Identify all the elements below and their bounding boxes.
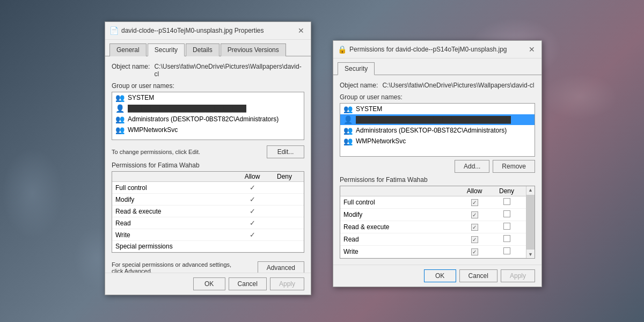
perms-object-name-value: C:\Users\fatiw\OneDrive\Pictures\Wallpap… [382, 82, 534, 89]
list-item[interactable]: 👤 ██████████████████████████ [112, 103, 304, 114]
perms-users-listbox[interactable]: 👥 SYSTEM 👤 █████████████████████████████… [340, 103, 535, 157]
user-name: WMPNetworkSvc [356, 137, 406, 145]
checkbox-readexec-deny[interactable] [503, 223, 510, 230]
checkbox-write-allow[interactable] [471, 248, 478, 255]
perms-for-label: Permissions for Fatima Wahab [340, 176, 535, 184]
checkbox-write-deny[interactable] [503, 247, 510, 254]
perms-close-button[interactable]: ✕ [526, 44, 537, 55]
window-icon: 📄 [109, 26, 118, 35]
group-users-label: Group or user names: [112, 82, 304, 90]
perms-row-read: Read [340, 233, 526, 246]
perm-row-write: Write ✓ [112, 229, 304, 241]
allow-header: Allow [236, 173, 268, 180]
perms-apply-button[interactable]: Apply [501, 269, 535, 282]
perms-group-users-label: Group or user names: [340, 93, 535, 101]
list-item[interactable]: 👥 Administrators (DESKTOP-0BST82C\Admini… [112, 114, 304, 125]
window-title: david-clode--pS14oTejM0-unsplash.jpg Pro… [121, 27, 292, 34]
perms-ok-button[interactable]: OK [424, 269, 456, 282]
list-item[interactable]: 👥 WMPNetworkSvc [340, 136, 535, 147]
perms-deny-header: Deny [491, 187, 523, 195]
tab-previous-versions[interactable]: Previous Versions [221, 43, 286, 56]
tab-security[interactable]: Security [148, 43, 185, 56]
close-button[interactable]: ✕ [296, 25, 306, 36]
properties-window: 📄 david-clode--pS14oTejM0-unsplash.jpg P… [105, 21, 311, 295]
checkbox-readexec-allow[interactable] [471, 224, 478, 231]
security-tab-content: Object name: C:\Users\fatiw\OneDrive\Pic… [105, 56, 311, 273]
checkbox-read-deny[interactable] [503, 235, 510, 242]
perms-table-container: Allow Deny Full control Modify Read & ex… [340, 186, 535, 259]
perms-row-write: Write [340, 246, 526, 258]
tab-details[interactable]: Details [186, 43, 219, 56]
user-icon: 👤 [343, 115, 353, 124]
list-item[interactable]: 👥 Administrators (DESKTOP-0BST82C\Admini… [340, 125, 535, 136]
perms-window-icon: 🔒 [338, 45, 346, 54]
apply-button[interactable]: Apply [270, 277, 304, 290]
list-item-selected[interactable]: 👤 ██████████████████████████████████ [340, 114, 535, 125]
checkbox-fullcontrol-deny[interactable] [503, 198, 510, 205]
user-name: Administrators (DESKTOP-0BST82C\Administ… [356, 127, 507, 134]
tab-bar: General Security Details Previous Versio… [105, 40, 311, 56]
list-item[interactable]: 👥 SYSTEM [340, 104, 535, 114]
perm-row-fullcontrol: Full control ✓ [112, 182, 304, 194]
edit-button[interactable]: Edit... [267, 145, 304, 158]
perms-tab-security[interactable]: Security [338, 62, 375, 75]
permissions-table: Allow Deny Full control ✓ Modify ✓ Read … [112, 171, 304, 253]
advanced-text: For special permissions or advanced sett… [112, 261, 240, 273]
perm-row-special: Special permissions [112, 241, 304, 252]
change-permissions-text: To change permissions, click Edit. [112, 149, 200, 155]
user-icon: 👤 [115, 104, 125, 113]
group-icon: 👥 [115, 93, 125, 102]
object-name-row: Object name: C:\Users\fatiw\OneDrive\Pic… [112, 63, 304, 78]
perms-object-name-row: Object name: C:\Users\fatiw\OneDrive\Pic… [340, 82, 535, 89]
perms-window-title: Permissions for david-clode--pS14oTejM0-… [349, 46, 523, 53]
advanced-button[interactable]: Advanced [258, 261, 304, 273]
checkbox-fullcontrol-allow[interactable] [471, 199, 478, 206]
scroll-thumb[interactable] [526, 195, 535, 250]
object-name-label: Object name: [112, 63, 150, 70]
list-item[interactable]: 👥 WMPNetworkSvc [112, 125, 304, 135]
checkbox-modify-allow[interactable] [471, 211, 478, 218]
scroll-up-arrow[interactable]: ▲ [527, 186, 534, 194]
group-icon: 👥 [115, 126, 125, 134]
perm-table-header: Allow Deny [112, 172, 304, 182]
scroll-down-arrow[interactable]: ▼ [527, 251, 534, 258]
scrollbar[interactable]: ▲ ▼ [526, 186, 535, 258]
deny-header: Deny [268, 173, 301, 180]
cancel-button[interactable]: Cancel [229, 277, 267, 290]
checkbox-modify-deny[interactable] [503, 210, 510, 217]
perms-footer-buttons: OK Cancel Apply [333, 265, 541, 287]
group-icon: 👥 [115, 115, 125, 123]
perms-tab-bar: Security [333, 58, 541, 75]
users-listbox[interactable]: 👥 SYSTEM 👤 ██████████████████████████ 👥 … [112, 92, 304, 140]
add-button[interactable]: Add... [455, 160, 489, 173]
object-name-value: C:\Users\fatiw\OneDrive\Pictures\Wallpap… [154, 63, 304, 78]
group-icon: 👥 [343, 105, 353, 113]
perm-row-modify: Modify ✓ [112, 194, 304, 206]
perms-table-inner: Allow Deny Full control Modify Read & ex… [340, 186, 526, 258]
group-icon: 👥 [343, 137, 353, 145]
perm-row-read: Read ✓ [112, 217, 304, 229]
user-name: WMPNetworkSvc [128, 126, 178, 134]
perms-row-modify: Modify [340, 209, 526, 221]
list-item[interactable]: 👥 SYSTEM [112, 92, 304, 103]
permissions-for-label: Permissions for Fatima Wahab [112, 162, 304, 169]
perms-row-read-execute: Read & execute [340, 221, 526, 233]
perms-cancel-button[interactable]: Cancel [459, 269, 497, 282]
ok-button[interactable]: OK [193, 277, 225, 290]
group-icon: 👥 [343, 126, 353, 135]
title-bar: 📄 david-clode--pS14oTejM0-unsplash.jpg P… [105, 22, 311, 40]
perms-table-header: Allow Deny [340, 186, 526, 196]
perms-object-name-label: Object name: [340, 82, 378, 89]
permissions-window: 🔒 Permissions for david-clode--pS14oTejM… [333, 40, 542, 287]
perms-row-fullcontrol: Full control [340, 196, 526, 209]
perm-row-read-execute: Read & execute ✓ [112, 206, 304, 217]
remove-button[interactable]: Remove [493, 160, 535, 173]
tab-general[interactable]: General [109, 43, 147, 56]
footer-buttons: OK Cancel Apply [105, 273, 311, 295]
user-name: ██████████████████████████ [128, 105, 246, 112]
user-name: SYSTEM [356, 105, 382, 113]
user-name: Administrators (DESKTOP-0BST82C\Administ… [128, 115, 279, 123]
desktop-background [0, 0, 644, 322]
perms-security-content: Object name: C:\Users\fatiw\OneDrive\Pic… [333, 75, 541, 265]
checkbox-read-allow[interactable] [471, 236, 478, 243]
